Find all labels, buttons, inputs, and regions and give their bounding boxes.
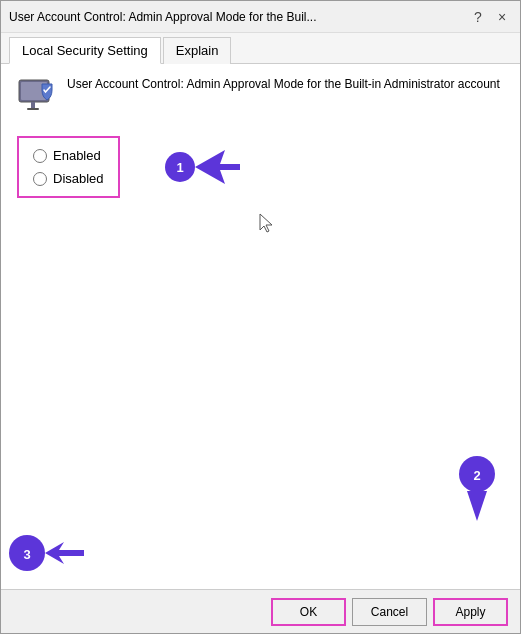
- tab-label: Local Security Setting: [22, 43, 148, 58]
- title-bar-controls: ? ×: [468, 7, 512, 27]
- svg-rect-2: [31, 102, 35, 108]
- setting-icon: [17, 76, 57, 116]
- apply-button[interactable]: Apply: [433, 598, 508, 626]
- svg-text:2: 2: [473, 468, 480, 483]
- annotation-2-arrow: 2: [452, 456, 502, 526]
- radio-enabled-label[interactable]: Enabled: [53, 148, 101, 163]
- tab-explain[interactable]: Explain: [163, 37, 232, 64]
- radio-enabled[interactable]: [33, 149, 47, 163]
- setting-title: User Account Control: Admin Approval Mod…: [67, 76, 500, 93]
- title-bar: User Account Control: Admin Approval Mod…: [1, 1, 520, 33]
- radio-disabled[interactable]: [33, 172, 47, 186]
- options-box: Enabled Disabled: [17, 136, 120, 198]
- svg-text:3: 3: [23, 547, 30, 562]
- tab-label: Explain: [176, 43, 219, 58]
- annotation-3: 3: [9, 528, 89, 581]
- annotation-1: 1: [165, 142, 245, 195]
- ok-button[interactable]: OK: [271, 598, 346, 626]
- close-button[interactable]: ×: [492, 7, 512, 27]
- svg-marker-4: [195, 150, 240, 184]
- footer: OK Cancel Apply: [1, 589, 520, 633]
- svg-marker-9: [467, 491, 487, 521]
- help-button[interactable]: ?: [468, 7, 488, 27]
- annotation-2: 2: [452, 456, 502, 529]
- tab-local-security-setting[interactable]: Local Security Setting: [9, 37, 161, 64]
- annotation-3-arrow: 3: [9, 528, 89, 578]
- window: User Account Control: Admin Approval Mod…: [0, 0, 521, 634]
- tab-bar: Local Security Setting Explain: [1, 33, 520, 64]
- svg-text:1: 1: [176, 160, 183, 175]
- cancel-button[interactable]: Cancel: [352, 598, 427, 626]
- window-title: User Account Control: Admin Approval Mod…: [9, 10, 468, 24]
- svg-marker-12: [45, 542, 84, 564]
- content-area: User Account Control: Admin Approval Mod…: [1, 64, 520, 589]
- cursor: [256, 212, 276, 239]
- radio-option-enabled[interactable]: Enabled: [33, 148, 104, 163]
- svg-rect-3: [27, 108, 39, 110]
- radio-option-disabled[interactable]: Disabled: [33, 171, 104, 186]
- annotation-1-arrow: 1: [165, 142, 245, 192]
- radio-disabled-label[interactable]: Disabled: [53, 171, 104, 186]
- setting-header: User Account Control: Admin Approval Mod…: [17, 76, 504, 116]
